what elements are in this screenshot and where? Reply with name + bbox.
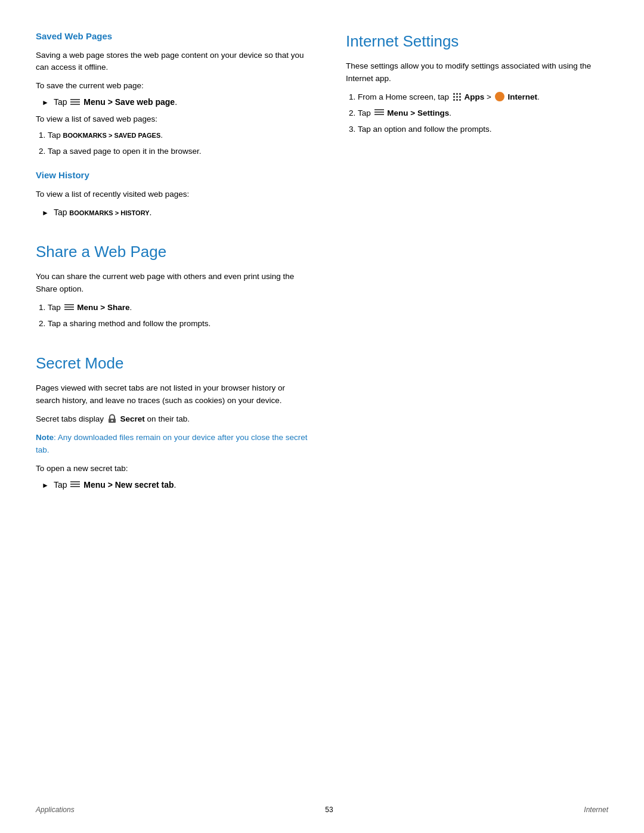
view-history-step-bullet: ► Tap BOOKMARKS > HISTORY. (42, 206, 310, 219)
menu-icon-secret (70, 481, 80, 488)
secret-mode-icon (107, 414, 117, 423)
save-step-bullet: ► Tap Menu > Save web page. (42, 96, 310, 109)
new-secret-step-bullet: ► Tap Menu > New secret tab. (42, 479, 310, 491)
saved-web-pages-intro: Saving a web page stores the web page co… (36, 49, 310, 75)
internet-settings-intro: These settings allow you to modify setti… (346, 60, 608, 85)
share-step-1: Tap Menu > Share. (48, 302, 310, 314)
menu-icon-share (64, 304, 74, 311)
saved-web-pages-heading: Saved Web Pages (36, 30, 310, 44)
view-history-step-text: Tap BOOKMARKS > HISTORY. (54, 206, 152, 219)
internet-step-3: Tap an option and follow the prompts. (358, 123, 608, 136)
secret-mode-intro: Pages viewed with secret tabs are not li… (36, 382, 310, 407)
internet-settings-heading: Internet Settings (346, 30, 608, 53)
save-step-text: Tap Menu > Save web page. (54, 96, 177, 109)
bullet-arrow-icon-2: ► (42, 208, 49, 218)
secret-mode-heading: Secret Mode (36, 352, 310, 375)
saved-pages-step-1: Tap BOOKMARKS > SAVED PAGES. (48, 129, 310, 142)
apps-icon (453, 92, 461, 101)
menu-icon (70, 99, 80, 106)
view-list-label: To view a list of saved web pages: (36, 113, 310, 126)
page-footer: Applications 53 Internet (0, 804, 644, 815)
save-label: To save the current web page: (36, 80, 310, 92)
internet-settings-steps-list: From a Home screen, tap Apps > Internet.… (358, 91, 608, 136)
bullet-arrow-icon: ► (42, 97, 49, 108)
menu-icon-settings (374, 109, 384, 116)
new-secret-step-text: Tap Menu > New secret tab. (54, 479, 177, 491)
share-steps-list: Tap Menu > Share. Tap a sharing method a… (48, 302, 310, 330)
saved-pages-step-2: Tap a saved page to open it in the brows… (48, 145, 310, 158)
share-step-2: Tap a sharing method and follow the prom… (48, 318, 310, 330)
internet-settings-section: Internet Settings These settings allow y… (346, 30, 608, 136)
internet-icon (495, 92, 504, 101)
footer-right-label: Internet (584, 804, 608, 815)
saved-web-pages-section: Saved Web Pages Saving a web page stores… (36, 30, 310, 158)
new-secret-label: To open a new secret tab: (36, 463, 310, 475)
view-history-intro: To view a list of recently visited web p… (36, 188, 310, 201)
view-history-section: View History To view a list of recently … (36, 169, 310, 219)
view-history-heading: View History (36, 169, 310, 182)
share-web-page-intro: You can share the current web page with … (36, 271, 310, 296)
saved-pages-steps-list: Tap BOOKMARKS > SAVED PAGES. Tap a saved… (48, 129, 310, 158)
bullet-arrow-icon-3: ► (42, 480, 49, 491)
left-column: Saved Web Pages Saving a web page stores… (36, 30, 310, 502)
share-web-page-section: Share a Web Page You can share the curre… (36, 240, 310, 330)
internet-step-1: From a Home screen, tap Apps > Internet. (358, 91, 608, 104)
secret-mode-section: Secret Mode Pages viewed with secret tab… (36, 352, 310, 491)
share-web-page-heading: Share a Web Page (36, 240, 310, 264)
right-column: Internet Settings These settings allow y… (334, 30, 608, 502)
page-number: 53 (325, 804, 333, 815)
internet-step-2: Tap Menu > Settings. (358, 107, 608, 120)
footer-left-label: Applications (36, 804, 75, 815)
secret-mode-note: Note: Any downloaded files remain on you… (36, 432, 310, 457)
secret-tabs-text: Secret tabs display Secret on their tab. (36, 413, 310, 426)
svg-point-1 (111, 420, 113, 422)
